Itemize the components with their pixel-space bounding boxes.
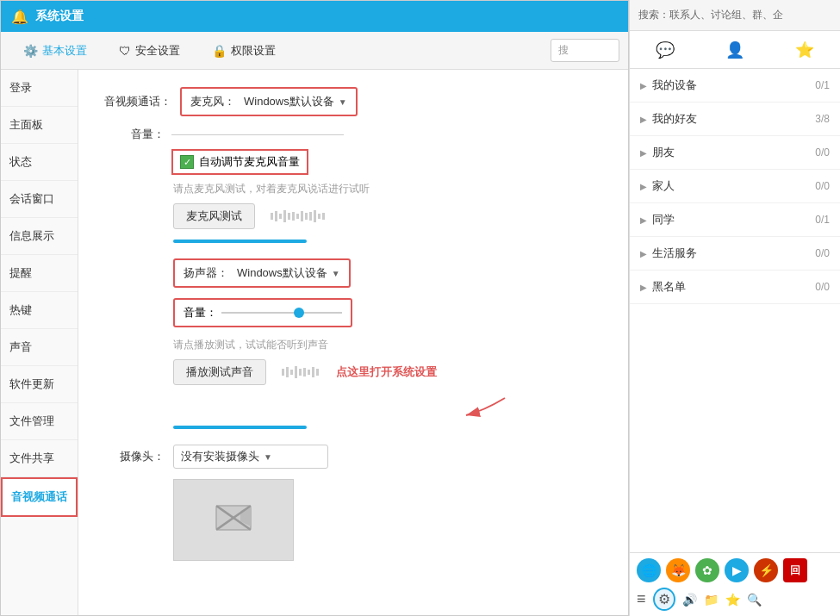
group-count-family: 0/0 — [815, 180, 830, 192]
sidebar-label-reminder: 提醒 — [9, 266, 32, 279]
speaker-volume-row: 音量： — [104, 298, 602, 327]
mic-waveform — [271, 210, 325, 222]
tab-permissions-label: 权限设置 — [231, 43, 276, 59]
slider-thumb[interactable] — [294, 308, 304, 318]
group-count-blacklist: 0/0 — [815, 281, 830, 293]
sidebar-item-login[interactable]: 登录 — [1, 70, 78, 107]
mic-volume-label: 音量： — [104, 127, 165, 142]
camera-row: 摄像头： 没有安装摄像头 ▼ — [104, 445, 602, 469]
app-icon-chinese[interactable]: 回 — [783, 558, 807, 582]
sidebar-label-dashboard: 主面板 — [9, 118, 43, 131]
title-bar: 🔔 系统设置 — [1, 1, 628, 32]
group-name-my-device: 我的设备 — [652, 78, 810, 93]
speaker-icon[interactable]: 🔊 — [682, 593, 697, 607]
mic-test-button[interactable]: 麦克风测试 — [173, 203, 255, 229]
tab-security[interactable]: 🛡 安全设置 — [105, 36, 194, 65]
bookmark-icon[interactable]: ⭐ — [725, 593, 740, 607]
mic-test-row: 麦克风测试 — [173, 203, 602, 229]
camera-select-box[interactable]: 没有安装摄像头 ▼ — [173, 445, 328, 469]
contacts-taskbar: 🌐 🦊 ✿ ▶ ⚡ 回 ≡ ⚙ 🔊 📁 ⭐ 🔍 — [630, 552, 840, 616]
group-blacklist: ▶ 黑名单 0/0 — [630, 271, 840, 304]
group-count-friends: 0/0 — [815, 146, 830, 159]
auto-adjust-row: ✓ 自动调节麦克风音量 — [104, 149, 602, 175]
camera-value: 没有安装摄像头 — [181, 449, 259, 464]
settings-gear-icon[interactable]: ⚙ — [653, 588, 675, 611]
sidebar-item-sound[interactable]: 声音 — [1, 329, 78, 366]
camera-section: 摄像头： 没有安装摄像头 ▼ — [104, 445, 602, 561]
sidebar-item-dashboard[interactable]: 主面板 — [1, 107, 78, 144]
app-icon-flash[interactable]: ⚡ — [754, 558, 778, 582]
search-icon[interactable]: 🔍 — [747, 593, 762, 607]
group-family: ▶ 家人 0/0 — [630, 170, 840, 203]
sidebar-item-status[interactable]: 状态 — [1, 144, 78, 181]
speaker-volume-box: 音量： — [173, 298, 352, 327]
group-arrow-classmates: ▶ — [640, 215, 647, 225]
group-my-friends-header[interactable]: ▶ 我的好友 3/8 — [630, 103, 840, 135]
contacts-tab-star[interactable]: ⭐ — [788, 34, 821, 66]
tab-basic[interactable]: ⚙️ 基本设置 — [9, 36, 101, 65]
sidebar-item-file-management[interactable]: 文件管理 — [1, 403, 78, 440]
sidebar-item-file-sharing[interactable]: 文件共享 — [1, 440, 78, 477]
sidebar-item-chat-window[interactable]: 会话窗口 — [1, 181, 78, 218]
taskbar-actions-row: ≡ ⚙ 🔊 📁 ⭐ 🔍 — [637, 588, 833, 611]
mic-dropdown-arrow[interactable]: ▼ — [339, 97, 347, 107]
speaker-volume-slider[interactable] — [221, 312, 342, 314]
tab-search-input[interactable]: 搜 — [551, 39, 619, 62]
group-name-life-services: 生活服务 — [652, 246, 810, 261]
playback-hint-text: 请点播放测试，试试能否听到声音 — [173, 338, 602, 352]
app-icon-browser[interactable]: 🌐 — [637, 558, 661, 582]
annotation-arrow-svg — [457, 394, 509, 420]
app-icon-firefox[interactable]: 🦊 — [666, 558, 690, 582]
sidebar-item-reminder[interactable]: 提醒 — [1, 255, 78, 292]
sidebar-label-software-update: 软件更新 — [9, 377, 54, 390]
playback-waveform — [282, 366, 319, 378]
group-name-family: 家人 — [652, 178, 810, 194]
group-count-my-device: 0/1 — [815, 79, 830, 91]
speaker-section: 扬声器： Windows默认设备 ▼ 音量： 请点播放测试，试试能否听到声音 — [104, 258, 602, 429]
auto-adjust-box: ✓ 自动调节麦克风音量 — [171, 149, 308, 175]
sidebar-label-file-management: 文件管理 — [9, 414, 54, 427]
group-count-classmates: 0/1 — [815, 214, 830, 226]
app-icon-play[interactable]: ▶ — [725, 558, 749, 582]
playback-test-button[interactable]: 播放测试声音 — [173, 359, 266, 385]
av-label: 音视频通话： — [104, 94, 171, 109]
group-family-header[interactable]: ▶ 家人 0/0 — [630, 170, 840, 202]
auto-adjust-checkbox[interactable]: ✓ — [180, 155, 194, 169]
tab-security-label: 安全设置 — [135, 43, 180, 59]
sidebar: 登录 主面板 状态 会话窗口 信息展示 提醒 热键 声音 — [1, 70, 78, 615]
mic-volume-row: 音量： — [104, 127, 602, 142]
group-count-my-friends: 3/8 — [815, 113, 830, 125]
microphone-section: 音视频通话： 麦克风： Windows默认设备 ▼ 音量： ✓ 自动调节麦克风 — [104, 87, 602, 243]
app-icon-flower[interactable]: ✿ — [695, 558, 719, 582]
taskbar-apps-row: 🌐 🦊 ✿ ▶ ⚡ 回 — [637, 558, 833, 582]
no-camera-icon — [212, 499, 255, 541]
group-arrow-my-device: ▶ — [640, 81, 647, 90]
group-friends-header[interactable]: ▶ 朋友 0/0 — [630, 136, 840, 169]
group-friends: ▶ 朋友 0/0 — [630, 136, 840, 170]
sidebar-item-av-call[interactable]: 音视频通话 — [1, 477, 78, 517]
menu-icon[interactable]: ≡ — [637, 590, 646, 608]
group-my-device-header[interactable]: ▶ 我的设备 0/1 — [630, 69, 840, 102]
speaker-dropdown-arrow[interactable]: ▼ — [332, 269, 340, 278]
mic-value: Windows默认设备 — [244, 94, 334, 109]
camera-dropdown-arrow[interactable]: ▼ — [264, 452, 272, 462]
group-count-life-services: 0/0 — [815, 247, 830, 259]
sidebar-item-software-update[interactable]: 软件更新 — [1, 366, 78, 403]
sidebar-item-hotkeys[interactable]: 热键 — [1, 292, 78, 329]
group-classmates-header[interactable]: ▶ 同学 0/1 — [630, 203, 840, 236]
contacts-tab-user[interactable]: 👤 — [719, 34, 751, 66]
camera-label: 摄像头： — [104, 449, 165, 464]
folder-icon[interactable]: 📁 — [704, 593, 719, 607]
contacts-tab-chat[interactable]: 💬 — [649, 34, 681, 66]
group-my-device: ▶ 我的设备 0/1 — [630, 69, 840, 103]
contacts-panel: 搜索：联系人、讨论组、群、企 💬 👤 ⭐ ▶ 我的设备 0/1 ▶ 我的好友 3… — [629, 0, 840, 616]
sidebar-label-info-display: 信息展示 — [9, 229, 54, 242]
annotation-text: 点这里打开系统设置 — [336, 364, 437, 380]
speaker-row: 扬声器： Windows默认设备 ▼ — [104, 258, 602, 288]
group-life-services-header[interactable]: ▶ 生活服务 0/0 — [630, 237, 840, 270]
tab-permissions[interactable]: 🔒 权限设置 — [198, 36, 289, 65]
contacts-list: ▶ 我的设备 0/1 ▶ 我的好友 3/8 ▶ 朋友 0/0 ▶ 家人 0/0 — [630, 69, 840, 552]
group-arrow-blacklist: ▶ — [640, 283, 647, 292]
group-blacklist-header[interactable]: ▶ 黑名单 0/0 — [630, 271, 840, 303]
sidebar-item-info-display[interactable]: 信息展示 — [1, 218, 78, 255]
